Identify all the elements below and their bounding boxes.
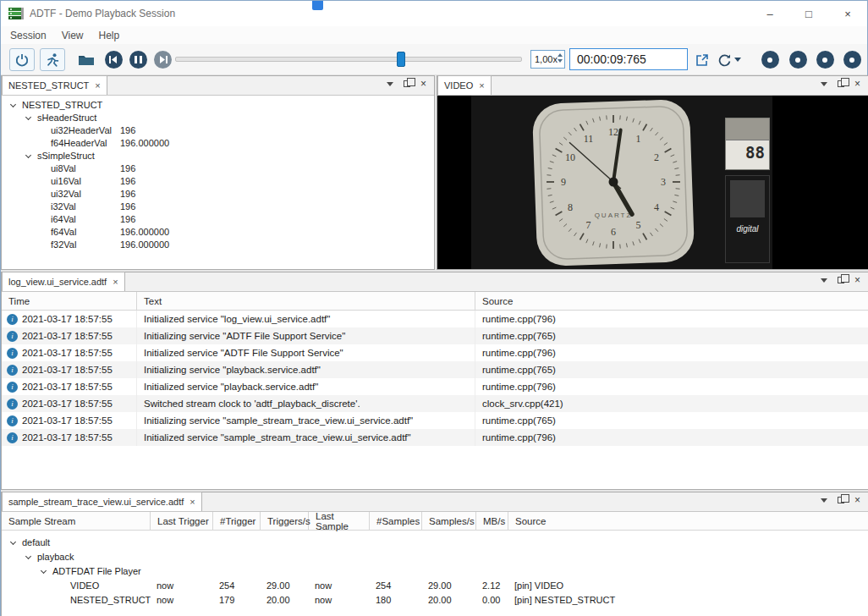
tab-label: sample_stream_trace_view.ui_service.adtf (8, 497, 184, 507)
trace-row[interactable]: ADTFDAT File Player (2, 564, 868, 578)
tree-item[interactable]: i32Val196 (2, 200, 434, 212)
tree-item[interactable]: f64HeaderVal196.000000 (2, 136, 434, 149)
tab-sample-stream-trace[interactable]: sample_stream_trace_view.ui_service.adtf… (2, 492, 202, 511)
log-row[interactable]: i2021-03-17 18:57:55 Initializing servic… (2, 361, 868, 378)
tree-item[interactable]: f64Val196.000000 (2, 225, 434, 238)
loop-dropdown-arrow-icon[interactable] (734, 58, 741, 62)
card-image (730, 180, 765, 217)
tree-item[interactable]: sHeaderStruct (2, 111, 434, 124)
column-header-last-sample[interactable]: Last Sample (309, 512, 370, 531)
tree-item[interactable]: ui16Val196 (2, 174, 434, 187)
column-header-mb-s[interactable]: MB/s (476, 512, 508, 531)
stream-label: playback (37, 552, 74, 562)
column-header-time[interactable]: Time (2, 292, 137, 311)
log-row[interactable]: i2021-03-17 18:57:55 Initialized service… (2, 344, 868, 361)
log-row[interactable]: i2021-03-17 18:57:55 Initializing servic… (2, 412, 868, 429)
tree-item[interactable]: NESTED_STRUCT (2, 98, 434, 111)
skip-to-start-button[interactable] (101, 48, 126, 71)
column-header-triggers-s[interactable]: Triggers/s (261, 512, 309, 531)
tree-item[interactable]: ui32HeaderVal196 (2, 124, 434, 136)
tree-item[interactable]: i64Val196 (2, 212, 434, 225)
panel-close-button[interactable]: × (854, 79, 860, 89)
tab-close-icon[interactable]: × (190, 498, 195, 507)
trace-row[interactable]: NESTED_STRUCT now 179 20.00 now 180 20.0… (2, 592, 868, 607)
maximize-button[interactable]: □ (789, 1, 828, 26)
expand-arrow-icon[interactable] (10, 539, 16, 545)
expand-arrow-icon[interactable] (25, 152, 31, 158)
expand-arrow-icon[interactable] (25, 114, 31, 120)
menu-help[interactable]: Help (91, 26, 128, 44)
tree-item[interactable]: ui32Val196 (2, 187, 434, 200)
external-link-icon (695, 53, 709, 67)
marker-button-3[interactable] (815, 48, 835, 71)
column-header-trigger[interactable]: #Trigger (213, 512, 261, 531)
panel-menu-button[interactable] (387, 82, 393, 86)
tree-item[interactable]: ui8Val196 (2, 162, 434, 174)
panel-float-button[interactable] (838, 497, 844, 503)
slider-handle[interactable] (397, 52, 405, 67)
log-row[interactable]: i2021-03-17 18:57:55 Initialized service… (2, 429, 868, 446)
column-header-text[interactable]: Text (137, 292, 475, 311)
panel-close-button[interactable]: × (420, 79, 426, 89)
panel-menu-button[interactable] (821, 498, 827, 503)
column-header-source[interactable]: Source (508, 512, 868, 531)
column-header-samples[interactable]: #Samples (370, 512, 422, 531)
panel-close-button[interactable]: × (854, 275, 860, 285)
panel-menu-button[interactable] (821, 82, 827, 86)
overlay-notification-icon (312, 1, 323, 10)
cell-trigger: 179 (213, 592, 261, 607)
spinbox-arrows-icon[interactable] (558, 53, 563, 63)
timeline-slider[interactable] (175, 55, 522, 63)
trace-row[interactable]: default (2, 535, 868, 549)
open-file-button[interactable] (74, 48, 99, 71)
menu-session[interactable]: Session (3, 26, 54, 44)
export-button[interactable] (691, 48, 713, 71)
log-time: 2021-03-17 18:57:55 (22, 365, 113, 375)
log-text: Initializing service "playback.service.a… (137, 361, 475, 378)
trace-row[interactable]: playback (2, 549, 868, 564)
panel-menu-button[interactable] (821, 278, 827, 283)
pause-button[interactable] (125, 48, 151, 71)
minimize-button[interactable]: – (750, 1, 789, 26)
expand-arrow-icon[interactable] (25, 553, 31, 559)
trace-row[interactable]: VIDEO now 254 29.00 now 254 29.00 2.12 [… (2, 578, 868, 592)
marker-button-4[interactable] (842, 48, 862, 71)
panel-float-button[interactable] (838, 80, 844, 87)
playback-speed-spinbox[interactable]: 1,00x (530, 50, 565, 69)
expand-arrow-icon[interactable] (41, 568, 47, 574)
tab-close-icon[interactable]: × (113, 278, 118, 287)
log-row[interactable]: i2021-03-17 18:57:55 Switched stream clo… (2, 395, 868, 412)
log-row[interactable]: i2021-03-17 18:57:55 Initializing servic… (2, 327, 868, 344)
close-button[interactable]: × (828, 1, 867, 26)
column-header-last-trigger[interactable]: Last Trigger (151, 512, 213, 531)
column-header-sample-stream[interactable]: Sample Stream (2, 512, 151, 531)
loop-mode-button[interactable] (714, 48, 744, 71)
power-toggle-button[interactable] (9, 48, 35, 71)
tab-nested-struct[interactable]: NESTED_STRUCT × (2, 75, 107, 95)
column-header-samples-s[interactable]: Samples/s (422, 512, 476, 531)
panel-close-button[interactable]: × (854, 495, 860, 505)
tab-close-icon[interactable]: × (95, 81, 100, 91)
panel-float-button[interactable] (838, 277, 844, 283)
expand-arrow-icon[interactable] (10, 102, 16, 107)
log-column-headers: Time Text Source (2, 292, 868, 311)
panel-float-button[interactable] (404, 80, 410, 87)
tab-log-view[interactable]: log_view.ui_service.adtf × (2, 272, 125, 291)
marker-button-2[interactable] (788, 48, 808, 71)
speed-value: 1,00x (535, 54, 558, 64)
log-row[interactable]: i2021-03-17 18:57:55 Initialized service… (2, 311, 868, 327)
log-source: runtime.cpp(796) (475, 429, 868, 446)
tree-item[interactable]: f32Val196.000000 (2, 238, 434, 250)
tab-video[interactable]: VIDEO × (437, 75, 492, 95)
tab-close-icon[interactable]: × (479, 81, 484, 91)
marker-button-1[interactable] (760, 48, 780, 71)
column-header-source[interactable]: Source (475, 292, 868, 311)
skip-to-end-button[interactable] (150, 48, 175, 71)
playback-time-field[interactable]: 00:00:09:765 (569, 48, 688, 70)
cell-samples-s: 29.00 (422, 578, 476, 592)
log-row[interactable]: i2021-03-17 18:57:55 Initialized service… (2, 378, 868, 395)
tree-item[interactable]: sSimpleStruct (2, 149, 434, 162)
run-session-button[interactable] (40, 48, 65, 71)
menu-view[interactable]: View (54, 26, 91, 44)
tab-label: VIDEO (444, 80, 473, 91)
